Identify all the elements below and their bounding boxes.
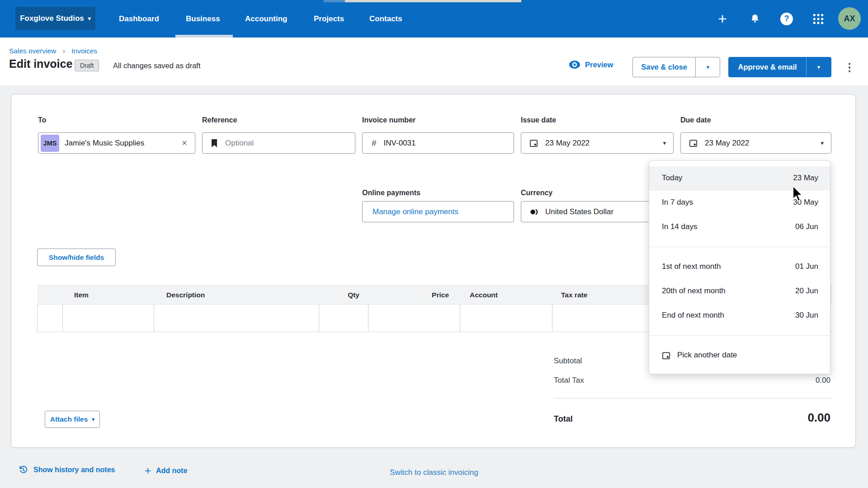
contact-name: Jamie's Music Supplies	[65, 139, 144, 148]
preview-button[interactable]: Preview	[569, 60, 613, 69]
subtotal-label: Subtotal	[554, 357, 582, 366]
issue-date-field[interactable]: 23 May 2022 ▾	[521, 132, 674, 154]
menu-divider	[649, 335, 830, 336]
eye-icon	[569, 60, 580, 69]
remove-contact-button[interactable]: ×	[179, 133, 190, 153]
chevron-down-icon: ▾	[92, 416, 94, 422]
contact-initials-chip: JMS	[41, 135, 59, 152]
total-tax-label: Total Tax	[554, 376, 584, 385]
preview-label: Preview	[585, 61, 613, 69]
online-payments-label: Online payments	[362, 189, 420, 197]
user-avatar[interactable]: AX	[838, 7, 861, 30]
menu-item-20th-of-next-month[interactable]: 20th of next month 20 Jun	[649, 279, 830, 304]
menu-item-pick-another-date[interactable]: Pick another date	[649, 343, 830, 368]
due-date-value: 23 May 2022	[705, 139, 749, 148]
save-and-close-button[interactable]: Save & close	[633, 57, 695, 77]
hash-icon: #	[372, 138, 377, 148]
top-navigation-bar: Foxglove Studios ▾ Dashboard Business Ac…	[0, 0, 868, 38]
column-header-price: Price	[399, 291, 449, 299]
issue-date-value: 23 May 2022	[545, 139, 590, 148]
chevron-down-icon: ▾	[821, 140, 824, 146]
close-icon: ×	[182, 138, 187, 148]
save-and-close-split-button: Save & close ▾	[632, 57, 720, 77]
approve-and-email-button[interactable]: Approve & email	[729, 57, 806, 77]
chevron-down-icon: ▾	[706, 64, 709, 70]
total-tax-value: 0.00	[816, 376, 830, 385]
calendar-icon	[689, 139, 698, 147]
bell-icon	[749, 13, 761, 25]
switch-to-classic-link[interactable]: Switch to classic invoicing	[390, 468, 478, 477]
menu-divider	[649, 247, 830, 247]
nav-item-dashboard[interactable]: Dashboard	[119, 0, 159, 38]
calendar-icon	[662, 351, 670, 361]
menu-item-in-14-days[interactable]: In 14 days 06 Jun	[649, 215, 830, 239]
reference-label: Reference	[202, 116, 237, 124]
invoice-number-label: Invoice number	[362, 116, 415, 124]
menu-item-1st-of-next-month[interactable]: 1st of next month 01 Jun	[649, 255, 830, 279]
kebab-icon: ⋮	[844, 61, 855, 73]
org-selector[interactable]: Foxglove Studios ▾	[15, 7, 95, 30]
invoice-number-field: #	[362, 132, 514, 154]
issue-date-label: Issue date	[521, 116, 556, 124]
currency-coin-icon	[529, 208, 539, 216]
due-date-dropdown-menu: Today 23 May In 7 days 30 May In 14 days…	[649, 160, 830, 374]
breadcrumb-sales-overview[interactable]: Sales overview	[9, 47, 56, 55]
grid-icon	[812, 13, 824, 25]
nav-item-accounting[interactable]: Accounting	[245, 0, 288, 38]
currency-label: Currency	[521, 189, 552, 197]
reference-field	[202, 132, 355, 154]
overflow-menu-button[interactable]: ⋮	[843, 57, 856, 77]
nav-item-business[interactable]: Business	[186, 0, 220, 38]
nav-item-contacts[interactable]: Contacts	[369, 0, 402, 38]
item-cell[interactable]	[63, 305, 154, 332]
add-new-button[interactable]: +	[712, 0, 732, 38]
top-progress-bar-left	[324, 0, 345, 2]
bookmark-icon	[211, 139, 218, 147]
contact-field[interactable]: JMS Jamie's Music Supplies ×	[38, 132, 195, 154]
column-header-item: Item	[74, 291, 89, 299]
column-header-qty: Qty	[317, 291, 359, 299]
account-cell[interactable]	[460, 305, 552, 332]
plus-icon: +	[718, 10, 727, 28]
switch-to-classic-container: Switch to classic invoicing	[0, 468, 868, 477]
due-date-label: Due date	[680, 116, 711, 124]
notifications-button[interactable]	[745, 0, 765, 38]
menu-item-today[interactable]: Today 23 May	[649, 166, 830, 191]
apps-grid-button[interactable]	[808, 0, 828, 38]
online-payments-field: Manage online payments	[362, 201, 514, 222]
menu-item-end-of-next-month[interactable]: End of next month 30 Jun	[649, 304, 830, 328]
description-cell[interactable]	[154, 305, 319, 332]
to-label: To	[38, 116, 46, 124]
due-date-field[interactable]: 23 May 2022 ▾	[680, 132, 831, 154]
breadcrumb: Sales overview › Invoices	[9, 47, 97, 55]
menu-item-in-7-days[interactable]: In 7 days 30 May	[649, 191, 830, 215]
manage-online-payments-link[interactable]: Manage online payments	[373, 207, 458, 216]
org-name: Foxglove Studios	[20, 14, 84, 23]
top-progress-bar-right	[345, 0, 521, 2]
show-hide-fields-button[interactable]: Show/hide fields	[37, 249, 116, 266]
total-value: 0.00	[807, 411, 830, 425]
chevron-down-icon: ▾	[817, 64, 821, 70]
invoice-number-input[interactable]	[384, 139, 483, 148]
breadcrumb-invoices[interactable]: Invoices	[71, 47, 97, 55]
save-options-dropdown-button[interactable]: ▾	[695, 57, 720, 77]
attach-files-button[interactable]: Attach files ▾	[45, 411, 100, 428]
tax-rate-cell[interactable]	[552, 305, 654, 332]
autosave-status-text: All changes saved as draft	[113, 61, 201, 70]
calendar-icon	[529, 139, 538, 147]
reference-input[interactable]	[225, 139, 325, 148]
chevron-down-icon: ▾	[663, 140, 666, 146]
page-title: Edit invoice	[9, 57, 72, 70]
price-cell[interactable]	[368, 305, 460, 332]
nav-item-projects[interactable]: Projects	[314, 0, 344, 38]
row-drag-handle-cell[interactable]	[38, 305, 63, 332]
column-header-tax-rate: Tax rate	[561, 291, 587, 299]
currency-value: United States Dollar	[545, 207, 613, 216]
totals-divider	[554, 398, 831, 399]
chevron-right-icon: ›	[63, 47, 65, 55]
column-header-description: Description	[166, 291, 205, 299]
approve-options-dropdown-button[interactable]: ▾	[806, 57, 831, 77]
help-button[interactable]: ?	[777, 0, 797, 38]
page-header: Sales overview › Invoices Edit invoice D…	[0, 38, 868, 86]
qty-cell[interactable]	[319, 305, 368, 332]
